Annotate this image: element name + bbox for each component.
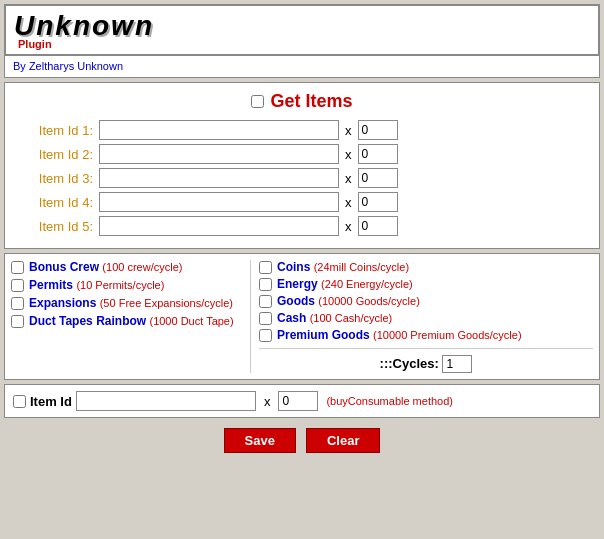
energy-row: Energy (240 Energy/cycle) (259, 277, 593, 291)
get-items-title: Get Items (13, 91, 591, 112)
coins-detail: (24mill Coins/cycle) (314, 261, 409, 273)
bonus-crew-row: Bonus Crew (100 crew/cycle) (11, 260, 242, 274)
permits-row: Permits (10 Permits/cycle) (11, 278, 242, 292)
item-row-3: Item Id 3: x (13, 168, 591, 188)
item-input-5[interactable] (99, 216, 339, 236)
permits-name: Permits (29, 278, 73, 292)
permits-checkbox[interactable] (11, 279, 24, 292)
buy-section: Item Id x (buyConsumable method) (4, 384, 600, 418)
qty-input-3[interactable] (358, 168, 398, 188)
expansions-checkbox[interactable] (11, 297, 24, 310)
author-row: By Zeltharys Unknown (4, 56, 600, 78)
buy-qty-input[interactable] (278, 391, 318, 411)
item-input-2[interactable] (99, 144, 339, 164)
get-items-section: Get Items Item Id 1: x Item Id 2: x Item… (4, 82, 600, 249)
qty-input-1[interactable] (358, 120, 398, 140)
buttons-section: Save Clear (4, 424, 600, 457)
lower-section: Bonus Crew (100 crew/cycle) Permits (10 … (4, 253, 600, 380)
logo-area: Unknown Plugin (14, 12, 154, 50)
item-row-1: Item Id 1: x (13, 120, 591, 140)
permits-detail: (10 Permits/cycle) (76, 279, 164, 291)
qty-input-4[interactable] (358, 192, 398, 212)
item-label-4: Item Id 4: (13, 195, 93, 210)
cycles-row: :::Cycles: (259, 348, 593, 373)
x-label-3: x (345, 171, 352, 186)
item-row-5: Item Id 5: x (13, 216, 591, 236)
get-items-checkbox[interactable] (251, 95, 264, 108)
bonus-crew-name: Bonus Crew (29, 260, 99, 274)
x-label-5: x (345, 219, 352, 234)
buy-consumable-checkbox[interactable] (13, 395, 26, 408)
qty-input-5[interactable] (358, 216, 398, 236)
author-text: By Zeltharys Unknown (13, 60, 123, 72)
item-label-5: Item Id 5: (13, 219, 93, 234)
item-row-2: Item Id 2: x (13, 144, 591, 164)
duct-tapes-name: Duct Tapes Rainbow (29, 314, 146, 328)
coins-checkbox[interactable] (259, 261, 272, 274)
buy-x-label: x (264, 394, 271, 409)
coins-name: Coins (277, 260, 310, 274)
cycles-input[interactable] (442, 355, 472, 373)
duct-tapes-row: Duct Tapes Rainbow (1000 Duct Tape) (11, 314, 242, 328)
qty-input-2[interactable] (358, 144, 398, 164)
premium-goods-row: Premium Goods (10000 Premium Goods/cycle… (259, 328, 593, 342)
expansions-name: Expansions (29, 296, 96, 310)
expansions-row: Expansions (50 Free Expansions/cycle) (11, 296, 242, 310)
plugin-label: Plugin (18, 38, 154, 50)
energy-detail: (240 Energy/cycle) (321, 278, 413, 290)
premium-goods-name: Premium Goods (277, 328, 370, 342)
goods-name: Goods (277, 294, 315, 308)
item-input-4[interactable] (99, 192, 339, 212)
right-panel: Coins (24mill Coins/cycle) Energy (240 E… (259, 260, 593, 373)
bonus-crew-detail: (100 crew/cycle) (102, 261, 182, 273)
cash-name: Cash (277, 311, 306, 325)
cash-row: Cash (100 Cash/cycle) (259, 311, 593, 325)
goods-row: Goods (10000 Goods/cycle) (259, 294, 593, 308)
expansions-detail: (50 Free Expansions/cycle) (100, 297, 233, 309)
bonus-crew-checkbox[interactable] (11, 261, 24, 274)
buy-item-input[interactable] (76, 391, 256, 411)
duct-tapes-detail: (1000 Duct Tape) (149, 315, 233, 327)
x-label-2: x (345, 147, 352, 162)
item-label-3: Item Id 3: (13, 171, 93, 186)
item-input-1[interactable] (99, 120, 339, 140)
x-label-4: x (345, 195, 352, 210)
energy-name: Energy (277, 277, 318, 291)
energy-checkbox[interactable] (259, 278, 272, 291)
cash-checkbox[interactable] (259, 312, 272, 325)
cash-detail: (100 Cash/cycle) (310, 312, 393, 324)
item-row-4: Item Id 4: x (13, 192, 591, 212)
clear-button[interactable]: Clear (306, 428, 381, 453)
cycles-label: :::Cycles: (380, 356, 439, 371)
buy-item-label: Item Id (30, 394, 72, 409)
item-label-2: Item Id 2: (13, 147, 93, 162)
coins-row: Coins (24mill Coins/cycle) (259, 260, 593, 274)
item-input-3[interactable] (99, 168, 339, 188)
x-label-1: x (345, 123, 352, 138)
left-panel: Bonus Crew (100 crew/cycle) Permits (10 … (11, 260, 251, 373)
buy-method-label: (buyConsumable method) (326, 395, 453, 407)
main-container: Unknown Plugin By Zeltharys Unknown Get … (0, 0, 604, 539)
goods-checkbox[interactable] (259, 295, 272, 308)
goods-detail: (10000 Goods/cycle) (318, 295, 420, 307)
save-button[interactable]: Save (224, 428, 296, 453)
item-label-1: Item Id 1: (13, 123, 93, 138)
header-section: Unknown Plugin (4, 4, 600, 56)
premium-goods-checkbox[interactable] (259, 329, 272, 342)
logo-text: Unknown (14, 12, 154, 40)
duct-tapes-checkbox[interactable] (11, 315, 24, 328)
premium-goods-detail: (10000 Premium Goods/cycle) (373, 329, 522, 341)
